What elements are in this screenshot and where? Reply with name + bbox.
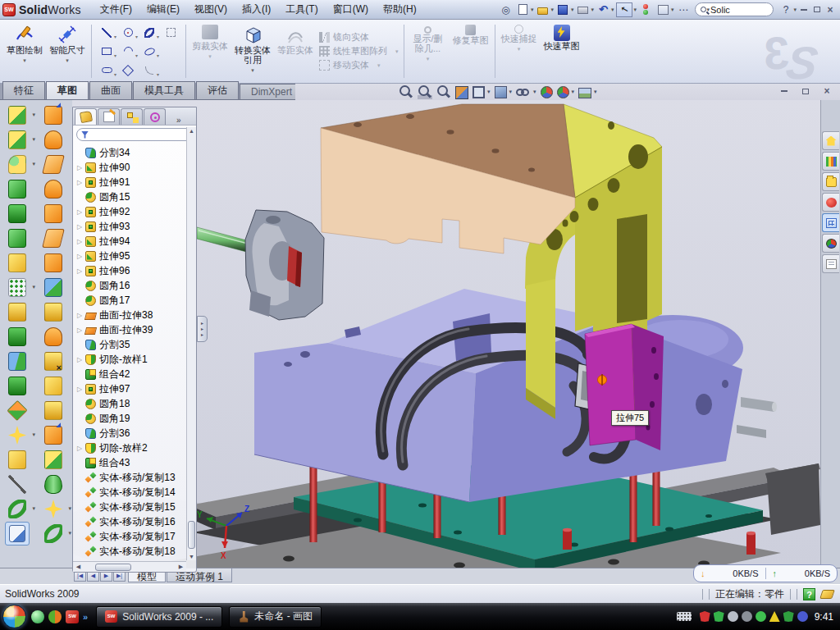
app-close-button[interactable]: × bbox=[824, 4, 837, 16]
zoom-to-fit-icon[interactable] bbox=[399, 84, 413, 99]
tool-move-copy[interactable] bbox=[5, 399, 30, 422]
tree-item[interactable]: ▷曲面-拉伸39 bbox=[73, 322, 186, 337]
tree-item[interactable]: 圆角15 bbox=[73, 189, 186, 204]
tree-item[interactable]: 组合42 bbox=[73, 367, 186, 381]
tool-curve[interactable]: ▾ bbox=[5, 497, 30, 521]
previous-view-icon[interactable] bbox=[436, 84, 451, 99]
sketch-entity-slot[interactable]: ▾ bbox=[96, 61, 117, 80]
tool-fill-surface[interactable] bbox=[41, 251, 66, 275]
quick-launch-chevron[interactable]: » bbox=[83, 612, 88, 622]
section-view-icon[interactable] bbox=[455, 86, 468, 99]
tool-freeform[interactable] bbox=[41, 276, 66, 299]
ribbon-tab-surfaces[interactable]: 曲面 bbox=[89, 81, 132, 99]
tray-warning-icon[interactable] bbox=[769, 611, 780, 622]
tree-item[interactable]: 实体-移动/复制18 bbox=[73, 544, 186, 559]
tool-shell[interactable] bbox=[5, 202, 30, 226]
reference-geometry-dropdown[interactable]: ▾ bbox=[32, 431, 35, 438]
expand-arrow[interactable]: ▷ bbox=[77, 223, 85, 231]
tool-scale[interactable] bbox=[5, 325, 30, 349]
taskbar-clock[interactable]: 9:41 bbox=[815, 611, 833, 623]
expand-arrow[interactable]: ▷ bbox=[77, 164, 85, 171]
tree-item[interactable]: ▷拉伸95 bbox=[73, 249, 186, 263]
tree-item[interactable]: ▷拉伸96 bbox=[73, 263, 186, 278]
new-dropdown[interactable]: ▾ bbox=[531, 7, 534, 13]
options-icon[interactable] bbox=[656, 2, 670, 16]
apply-scene-icon[interactable] bbox=[557, 86, 569, 98]
vertical-scroll-thumb[interactable] bbox=[188, 521, 195, 549]
tree-item[interactable]: 圆角19 bbox=[73, 411, 186, 426]
print-dropdown[interactable]: ▾ bbox=[591, 7, 594, 13]
taskpane-design-library-button[interactable] bbox=[822, 172, 839, 191]
edit-appearance-icon[interactable] bbox=[541, 86, 553, 98]
tool-draft[interactable] bbox=[5, 226, 30, 250]
taskbar-button-paint[interactable]: 未命名 - 画图 bbox=[229, 606, 322, 628]
tree-horizontal-scrollbar[interactable]: ◀ ▶ bbox=[73, 561, 186, 572]
tool-shut-off-surface[interactable] bbox=[41, 399, 66, 422]
tool-fillet[interactable]: ▾ bbox=[5, 153, 30, 176]
tool-extruded-boss[interactable]: ▾ bbox=[5, 103, 30, 127]
ribbon-tab-mold-tools[interactable]: 模具工具 bbox=[133, 81, 195, 99]
tool-plane[interactable] bbox=[5, 448, 30, 472]
tree-item[interactable]: 组合43 bbox=[73, 455, 186, 470]
new-document-icon[interactable] bbox=[516, 2, 530, 16]
tool-offset-surface[interactable] bbox=[41, 300, 66, 324]
expand-arrow[interactable]: ▷ bbox=[77, 179, 85, 186]
tray-update-icon[interactable] bbox=[728, 611, 738, 622]
save-icon[interactable] bbox=[556, 2, 570, 16]
tree-item[interactable]: 实体-移动/复制13 bbox=[73, 470, 186, 485]
tree-item[interactable]: 分割36 bbox=[73, 426, 186, 441]
ribbon-tab-evaluate[interactable]: 评估 bbox=[196, 81, 239, 99]
extruded-boss-dropdown[interactable]: ▾ bbox=[32, 112, 35, 118]
circle-dropdown[interactable]: ▾ bbox=[135, 34, 138, 39]
slot-dropdown[interactable]: ▾ bbox=[114, 71, 116, 77]
apply-scene-dropdown[interactable]: ▾ bbox=[572, 89, 575, 95]
tab-dimxpertmanager[interactable] bbox=[144, 108, 166, 125]
sketch-entity-ellipse[interactable]: ▾ bbox=[139, 42, 160, 61]
tray-security-alert-icon[interactable] bbox=[700, 611, 710, 622]
tool-extend-surface[interactable] bbox=[41, 153, 66, 176]
tree-item[interactable]: 分割35 bbox=[73, 337, 186, 352]
arc-dropdown[interactable]: ▾ bbox=[135, 52, 138, 58]
doc-close-button[interactable]: × bbox=[820, 85, 833, 97]
display-style-icon[interactable] bbox=[495, 86, 507, 98]
part-side-insert[interactable] bbox=[585, 324, 664, 450]
view-settings-dropdown[interactable]: ▾ bbox=[594, 89, 597, 95]
zoom-to-area-icon[interactable] bbox=[418, 84, 432, 99]
part-top-plate[interactable] bbox=[321, 104, 575, 253]
doc-restore-button[interactable] bbox=[799, 85, 812, 97]
tree-item[interactable]: ▷切除-放样1 bbox=[73, 352, 186, 367]
smart-dimension-button[interactable]: 智能尺寸▾ bbox=[47, 22, 88, 80]
more-tabs-chevron[interactable]: » bbox=[176, 116, 180, 125]
tree-vertical-scrollbar[interactable]: ▲ ▼ bbox=[186, 127, 196, 560]
tool-linear-pattern[interactable]: ▾ bbox=[5, 276, 30, 299]
sketch-entity-arc[interactable]: ▾ bbox=[117, 42, 139, 61]
hide-show-items-icon[interactable] bbox=[516, 84, 531, 99]
search-input[interactable]: ▾ Solic bbox=[695, 2, 774, 16]
sketch-entity-circle[interactable]: ▾ bbox=[117, 23, 139, 42]
menu-item-6[interactable]: 帮助(H) bbox=[376, 1, 424, 18]
extruded-cut-dropdown[interactable]: ▾ bbox=[32, 136, 35, 143]
tool-planar-surface[interactable] bbox=[41, 226, 66, 250]
taskpane-resources-button[interactable] bbox=[822, 152, 839, 171]
part-base-block-right[interactable] bbox=[765, 463, 820, 535]
sketch-entity-rectangle[interactable]: ▾ bbox=[96, 42, 117, 61]
rapid-sketch-button[interactable]: 快速草图 bbox=[541, 22, 582, 80]
tab-configurationmanager[interactable] bbox=[121, 108, 143, 125]
expand-arrow[interactable]: ▷ bbox=[77, 253, 85, 260]
undo-icon[interactable]: ↶ bbox=[596, 2, 610, 16]
expand-arrow[interactable]: ▷ bbox=[77, 386, 85, 393]
tree-filter-input[interactable] bbox=[76, 128, 193, 141]
panel-splitter-handle[interactable]: ▸▸▸ bbox=[197, 316, 208, 342]
tree-item[interactable]: 实体-移动/复制16 bbox=[73, 514, 186, 529]
help-dropdown[interactable]: ▾ bbox=[793, 7, 797, 13]
menu-item-1[interactable]: 编辑(E) bbox=[139, 1, 187, 18]
scroll-down-arrow[interactable]: ▼ bbox=[187, 554, 196, 559]
view-orientation-icon[interactable] bbox=[472, 86, 485, 98]
menu-item-2[interactable]: 视图(V) bbox=[187, 1, 235, 18]
taskpane-appearances-button[interactable] bbox=[822, 234, 839, 253]
sketch-entity-fillet[interactable]: ▾ bbox=[139, 61, 160, 80]
tool-boundary-surface[interactable] bbox=[41, 177, 66, 201]
start-button[interactable] bbox=[2, 605, 26, 628]
tool-parting-line[interactable] bbox=[41, 374, 66, 398]
tree-item[interactable]: 实体-移动/复制17 bbox=[73, 529, 186, 544]
